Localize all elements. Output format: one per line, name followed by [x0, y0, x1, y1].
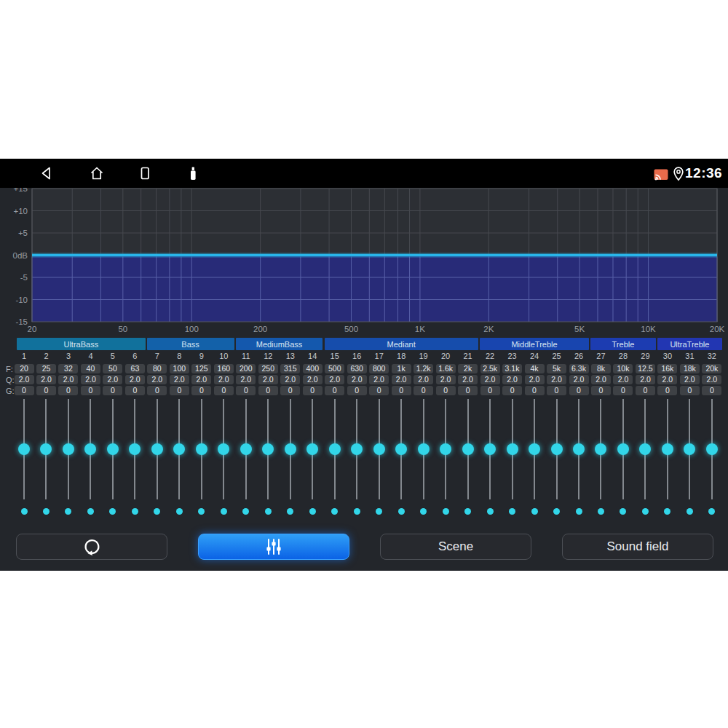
back-icon[interactable] — [39, 165, 56, 182]
band-q-value: 2.0 — [214, 375, 234, 384]
gain-slider-knob[interactable] — [462, 443, 474, 455]
gain-slider-knob[interactable] — [107, 443, 119, 455]
band-frequency-value: 32 — [58, 364, 78, 373]
band-number: 4 — [79, 352, 101, 360]
home-icon[interactable] — [88, 165, 106, 182]
band-indicator-dot — [420, 508, 427, 515]
band-frequency-value: 630 — [347, 364, 367, 373]
gain-slider-knob[interactable] — [440, 443, 451, 455]
gain-slider-knob[interactable] — [684, 443, 695, 455]
scene-button-label: Scene — [438, 539, 473, 554]
band-frequency-value: 8k — [591, 364, 611, 373]
gain-slider-knob[interactable] — [373, 443, 385, 455]
band-q-value: 2.0 — [636, 375, 655, 384]
band-gain-value: 0 — [657, 386, 677, 395]
band-gain-value: 0 — [636, 386, 655, 395]
band-gain-value: 0 — [680, 386, 700, 395]
y-axis-tick-label: -15 — [15, 317, 28, 326]
band-frequency-value: 12.5 — [636, 364, 655, 373]
gain-slider-knob[interactable] — [617, 443, 629, 455]
sound-field-button[interactable]: Sound field — [562, 534, 713, 560]
band-number: 14 — [301, 352, 323, 360]
band-indicator-dot — [620, 508, 626, 515]
gain-slider-knob[interactable] — [196, 443, 207, 455]
band-indicator-dot — [376, 508, 382, 515]
band-frequency-value: 400 — [303, 364, 323, 373]
scene-button[interactable]: Scene — [380, 534, 531, 560]
band-gain-value: 0 — [258, 386, 278, 395]
usb-drive-icon[interactable] — [184, 165, 202, 182]
band-indicator-dot — [553, 508, 560, 515]
band-gain-value: 0 — [81, 386, 100, 395]
band-group-header: UltraBass — [17, 338, 146, 350]
gain-slider-knob[interactable] — [84, 443, 96, 455]
gain-slider-knob[interactable] — [329, 443, 341, 455]
gain-slider-knob[interactable] — [218, 443, 229, 455]
gain-slider-knob[interactable] — [507, 443, 518, 455]
band-q-value: 2.0 — [236, 375, 256, 384]
gain-slider-knob[interactable] — [418, 443, 430, 455]
gain-slider-knob[interactable] — [551, 443, 563, 455]
reset-button[interactable] — [16, 534, 167, 560]
band-frequency-value: 160 — [214, 364, 234, 373]
band-q-value: 2.0 — [525, 375, 545, 384]
gain-slider-knob[interactable] — [573, 443, 585, 455]
recents-icon[interactable] — [136, 165, 154, 182]
band-frequency-value: 18k — [680, 364, 700, 373]
band-gain-value: 0 — [525, 386, 545, 395]
page: 12:36 +15+10+50dB-5-10-1520501002005001K… — [0, 0, 728, 728]
gain-slider-knob[interactable] — [639, 443, 651, 455]
gain-slider-knob[interactable] — [351, 443, 363, 455]
gain-slider-knob[interactable] — [285, 443, 296, 455]
y-axis-tick-label: -5 — [20, 273, 28, 282]
gain-slider-knob[interactable] — [306, 443, 318, 455]
band-frequency-value: 200 — [236, 364, 256, 373]
band-indicator-dot — [487, 508, 494, 515]
band-number: 23 — [502, 352, 523, 360]
band-q-value: 2.0 — [15, 375, 34, 384]
band-frequency-value: 63 — [125, 364, 145, 373]
equalizer-button[interactable] — [198, 534, 349, 560]
band-gain-value: 0 — [280, 386, 300, 395]
band-frequency-value: 1.6k — [436, 364, 456, 373]
gain-slider-knob[interactable] — [529, 443, 540, 455]
band-number: 12 — [257, 352, 279, 360]
gain-slider-knob[interactable] — [262, 443, 274, 455]
x-axis-tick-label: 500 — [344, 325, 358, 333]
gain-slider-knob[interactable] — [18, 443, 30, 455]
band-group-header: Mediant — [325, 338, 478, 350]
gain-slider-knob[interactable] — [595, 443, 606, 455]
gain-slider-knob[interactable] — [706, 443, 718, 455]
gain-slider-knob[interactable] — [395, 443, 407, 455]
gain-slider-knob[interactable] — [173, 443, 185, 455]
band-q-value: 2.0 — [547, 375, 566, 384]
gain-slider-knob[interactable] — [63, 443, 74, 455]
gain-slider-knob[interactable] — [40, 443, 52, 455]
gain-slider-knob[interactable] — [151, 443, 163, 455]
band-q-value: 2.0 — [680, 375, 700, 384]
band-group-header: Treble — [590, 338, 655, 350]
band-q-value: 2.0 — [81, 375, 100, 384]
band-gain-value: 0 — [502, 386, 522, 395]
y-axis-tick-label: -10 — [15, 296, 28, 304]
gain-slider-knob[interactable] — [129, 443, 141, 455]
gain-slider-knob[interactable] — [240, 443, 252, 455]
gain-slider-knob[interactable] — [484, 443, 496, 455]
band-indicator-dot — [664, 508, 670, 515]
car-stereo-eq-screen: 12:36 +15+10+50dB-5-10-1520501002005001K… — [0, 159, 728, 571]
band-gain-value: 0 — [170, 386, 189, 395]
band-indicator-dot — [708, 508, 715, 515]
band-q-value: 2.0 — [280, 375, 300, 384]
band-indicator-dot — [687, 508, 693, 515]
band-frequency-value: 250 — [258, 364, 278, 373]
band-indicator-dot — [109, 508, 116, 515]
band-gain-value: 0 — [547, 386, 566, 395]
band-frequency-value: 4k — [525, 364, 545, 373]
band-indicator-dot — [43, 508, 50, 515]
band-q-value: 2.0 — [702, 375, 721, 384]
gain-slider-knob[interactable] — [662, 443, 673, 455]
band-q-value: 2.0 — [325, 375, 344, 384]
band-q-value: 2.0 — [458, 375, 478, 384]
sound-field-button-label: Sound field — [606, 539, 668, 554]
band-frequency-value: 50 — [103, 364, 122, 373]
